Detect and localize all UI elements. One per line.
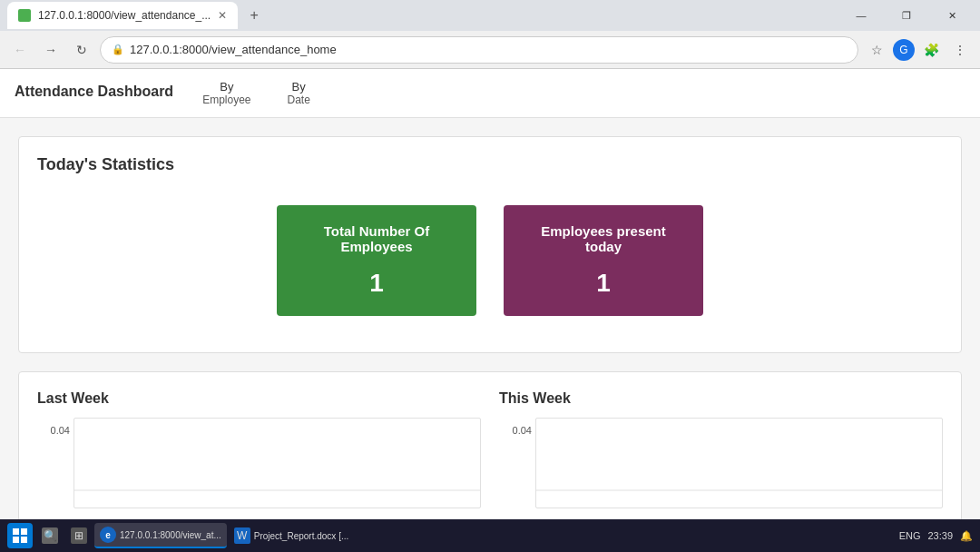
nav-by-label: By <box>220 80 233 94</box>
total-employees-label: Total Number Of Employees <box>295 223 458 254</box>
total-employees-widget: Total Number Of Employees 1 <box>277 205 476 316</box>
start-button[interactable] <box>7 523 33 546</box>
search-icon: 🔍 <box>42 527 58 544</box>
this-week-y-tick: 0.04 <box>513 425 532 436</box>
this-week-chart-svg <box>536 419 942 491</box>
nav-by-label2: By <box>292 80 306 94</box>
taskbar-search[interactable]: 🔍 <box>36 523 64 546</box>
this-week-section: This Week 0.04 <box>499 390 943 508</box>
charts-card: Last Week 0.04 This Week <box>18 371 962 527</box>
svg-rect-4 <box>13 537 19 543</box>
profile-icon[interactable]: G <box>893 39 915 61</box>
url-text: 127.0.0.1:8000/view_attendance_home <box>130 43 337 56</box>
settings-icon[interactable]: ⋮ <box>947 37 973 63</box>
app-brand: Attendance Dashboard <box>15 76 173 107</box>
new-tab-button[interactable]: + <box>241 3 267 28</box>
time-display: 23:39 <box>927 530 953 541</box>
task-view-icon: ⊞ <box>71 527 87 544</box>
browser-toolbar: ← → ↻ 🔒 127.0.0.1:8000/view_attendance_h… <box>0 31 980 69</box>
nav-date-label: Date <box>288 94 310 106</box>
minimize-button[interactable]: — <box>840 0 882 31</box>
taskbar: 🔍 ⊞ e 127.0.0.1:8000/view_at... W Projec… <box>0 519 980 546</box>
restore-button[interactable]: ❐ <box>886 0 927 31</box>
this-week-title: This Week <box>499 390 943 407</box>
tab-close-button[interactable]: ✕ <box>218 9 227 22</box>
last-week-chart-area <box>74 418 481 508</box>
main-content: Today's Statistics Total Number Of Emplo… <box>0 118 980 546</box>
stats-card: Today's Statistics Total Number Of Emplo… <box>18 136 962 353</box>
bookmark-star-icon[interactable]: ☆ <box>864 37 889 63</box>
address-bar[interactable]: 🔒 127.0.0.1:8000/view_attendance_home <box>100 36 858 64</box>
stats-widgets: Total Number Of Employees 1 Employees pr… <box>37 196 943 334</box>
browser-icon: e <box>100 527 116 543</box>
taskbar-time: 23:39 <box>927 530 953 541</box>
svg-rect-3 <box>21 528 27 535</box>
present-today-widget: Employees present today 1 <box>504 205 703 316</box>
taskbar-browser[interactable]: e 127.0.0.1:8000/view_at... <box>94 523 227 546</box>
taskbar-word-label: Project_Report.docx [... <box>254 531 349 541</box>
window-controls: — ❐ ✕ <box>840 0 973 31</box>
browser-tab[interactable]: 127.0.0.1:8000/view_attendance_... ✕ <box>7 2 238 29</box>
last-week-section: Last Week 0.04 <box>37 390 481 508</box>
svg-rect-5 <box>21 537 27 543</box>
refresh-button[interactable]: ↻ <box>69 37 94 63</box>
present-today-label: Employees present today <box>522 223 685 254</box>
nav-employee-label: Employee <box>202 94 250 106</box>
app-container: Attendance Dashboard By Employee By Date… <box>0 69 980 546</box>
svg-rect-2 <box>13 528 19 535</box>
total-employees-value: 1 <box>369 269 384 298</box>
stats-title: Today's Statistics <box>37 155 943 174</box>
nav-item-by-employee[interactable]: By Employee <box>195 76 258 110</box>
this-week-chart-area <box>535 418 943 508</box>
tab-favicon <box>18 9 31 22</box>
last-week-title: Last Week <box>37 390 481 407</box>
notification-icon[interactable]: 🔔 <box>960 530 973 542</box>
taskbar-task-view[interactable]: ⊞ <box>65 523 93 546</box>
last-week-y-tick: 0.04 <box>51 425 70 436</box>
present-today-value: 1 <box>596 269 611 298</box>
app-navbar: Attendance Dashboard By Employee By Date <box>0 69 980 118</box>
taskbar-lang: ENG <box>899 530 921 541</box>
forward-button[interactable]: → <box>38 37 64 63</box>
charts-row: Last Week 0.04 This Week <box>37 390 943 508</box>
nav-item-by-date[interactable]: By Date <box>280 76 318 110</box>
windows-icon <box>13 528 27 543</box>
tab-title: 127.0.0.1:8000/view_attendance_... <box>38 9 211 22</box>
taskbar-apps: 🔍 ⊞ e 127.0.0.1:8000/view_at... W Projec… <box>36 523 899 546</box>
close-button[interactable]: ✕ <box>931 0 973 31</box>
taskbar-right: ENG 23:39 🔔 <box>899 530 973 542</box>
taskbar-browser-label: 127.0.0.1:8000/view_at... <box>120 530 221 540</box>
extensions-icon[interactable]: 🧩 <box>918 37 944 63</box>
toolbar-icons: ☆ G 🧩 ⋮ <box>864 37 973 63</box>
browser-titlebar: 127.0.0.1:8000/view_attendance_... ✕ + —… <box>0 0 980 31</box>
word-icon: W <box>234 527 250 544</box>
lock-icon: 🔒 <box>112 44 124 55</box>
last-week-chart-svg <box>74 419 480 491</box>
back-button[interactable]: ← <box>7 37 33 63</box>
taskbar-app-word[interactable]: W Project_Report.docx [... <box>229 523 355 546</box>
